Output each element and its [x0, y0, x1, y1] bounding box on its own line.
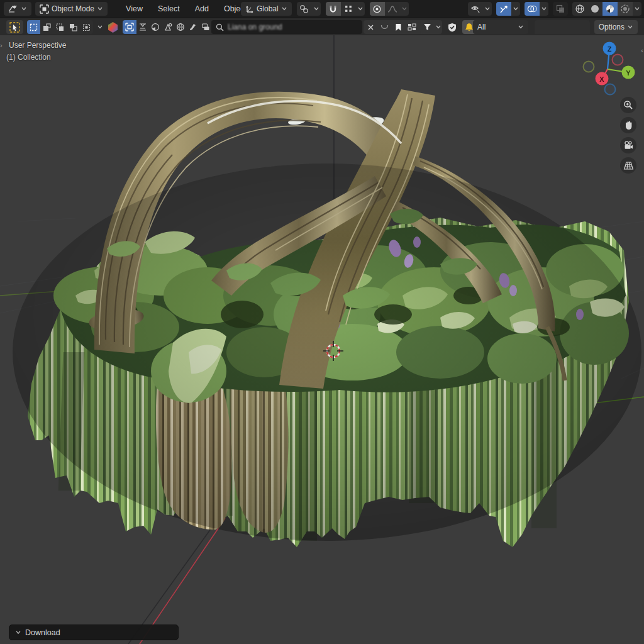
axis-z-handle[interactable]: Z: [603, 42, 616, 55]
chevron-down-icon: [357, 6, 364, 11]
select-mode-set-button[interactable]: [27, 20, 40, 34]
asset-type-brush-button[interactable]: [187, 20, 199, 34]
mode-dropdown[interactable]: Object Mode: [35, 2, 108, 16]
show-gizmo-button[interactable]: [496, 2, 511, 16]
toolbar-expand-arrow[interactable]: ›: [0, 42, 3, 49]
editor-type-icon: [8, 4, 18, 13]
asset-type-scene-button[interactable]: [162, 20, 174, 34]
visibility-eye-icon: [470, 4, 481, 13]
select-mode-intersect-button[interactable]: [80, 20, 93, 34]
falloff-chevron[interactable]: [400, 2, 409, 16]
snap-toggle-button[interactable]: [326, 2, 341, 16]
xray-toggle-button[interactable]: [553, 2, 568, 16]
filter-button[interactable]: [420, 20, 434, 34]
pan-button[interactable]: [620, 117, 636, 133]
axis-minus-y-handle[interactable]: [613, 55, 623, 65]
search-history-button[interactable]: [377, 20, 391, 34]
snap-target-button[interactable]: [341, 2, 356, 16]
snap-target-icon: [344, 4, 353, 13]
operator-redo-panel[interactable]: Download: [9, 625, 179, 640]
menu-select[interactable]: Select: [152, 2, 186, 16]
result-display-button[interactable]: [405, 20, 419, 34]
download-panel-label: Download: [25, 628, 60, 637]
asset-type-material-button[interactable]: [149, 20, 162, 34]
shading-material-button[interactable]: [602, 2, 618, 16]
proportional-editing-icon: [372, 4, 382, 14]
axis-z-label: Z: [608, 45, 612, 53]
show-overlays-button[interactable]: [525, 2, 540, 16]
shading-solid-button[interactable]: [587, 2, 602, 16]
chevron-down-icon: [435, 25, 441, 30]
select-mode-extend-button[interactable]: [40, 20, 53, 34]
axis-minus-x-handle[interactable]: [584, 62, 594, 72]
pivot-point-icon: [299, 4, 309, 14]
curve-icon: [380, 24, 389, 30]
select-mode-subtract-button[interactable]: [53, 20, 67, 34]
editor-type-button[interactable]: [4, 2, 31, 16]
chevron-down-icon: [541, 6, 547, 11]
menu-view[interactable]: View: [120, 2, 148, 16]
options-label: Options: [599, 23, 625, 31]
clear-search-button[interactable]: [364, 20, 377, 34]
filter-chevron[interactable]: [434, 20, 442, 34]
free-only-button[interactable]: [445, 20, 459, 34]
shading-rendered-button[interactable]: [618, 2, 633, 16]
material-preview-sphere-icon: [605, 4, 615, 14]
chevron-down-icon: [97, 6, 103, 11]
3d-viewport[interactable]: User Perspective (1) Collection › ‹ Z Y …: [0, 35, 644, 644]
navigation-gizmo[interactable]: Z Y X: [581, 39, 638, 99]
snap-chevron[interactable]: [356, 2, 365, 16]
perspective-toggle-button[interactable]: [620, 157, 636, 174]
bookmark-search-button[interactable]: [391, 20, 405, 34]
camera-icon: [623, 141, 634, 150]
asset-type-hdr-button[interactable]: [174, 20, 187, 34]
gizmo-arrows-icon: [499, 4, 509, 14]
gizmo-chevron[interactable]: [511, 2, 520, 16]
active-tool-button[interactable]: [6, 20, 23, 34]
pivot-point-button[interactable]: [297, 2, 312, 16]
viewport-canvas: [0, 35, 644, 644]
blenderkit-logo-icon[interactable]: [107, 21, 119, 33]
axis-x-handle[interactable]: X: [596, 72, 609, 86]
overlays-chevron[interactable]: [540, 2, 548, 16]
liana-model-object[interactable]: [13, 89, 641, 547]
chevron-down-icon: [15, 630, 21, 635]
sidebar-expand-arrow[interactable]: ‹: [641, 47, 643, 54]
wireframe-sphere-icon: [575, 4, 585, 14]
view-perspective-label: User Perspective: [9, 41, 66, 50]
pivot-chevron[interactable]: [312, 2, 321, 16]
bell-icon: [465, 23, 474, 32]
chevron-down-icon: [401, 6, 408, 11]
tool-settings-bar: Liana on ground: [0, 18, 644, 35]
menu-add[interactable]: Add: [189, 2, 214, 16]
transform-orientation-dropdown[interactable]: Global: [241, 2, 292, 16]
chevron-down-icon: [518, 25, 524, 30]
asset-type-printable-button[interactable]: [136, 20, 149, 34]
axis-y-handle[interactable]: Y: [622, 66, 635, 79]
zoom-icon: [623, 100, 633, 110]
bookmark-icon: [395, 23, 402, 31]
falloff-curve-icon: [387, 5, 397, 13]
nodegroup-asset-icon: [201, 23, 210, 31]
asset-search-input[interactable]: Liana on ground: [211, 20, 362, 34]
proportional-editing-button[interactable]: [370, 2, 385, 16]
camera-view-button[interactable]: [620, 137, 636, 153]
hierarchy-icon: [408, 23, 416, 31]
proportional-falloff-button[interactable]: [385, 2, 400, 16]
shading-wireframe-button[interactable]: [572, 2, 587, 16]
shading-chevron[interactable]: [633, 2, 641, 16]
assetbar-collapse-chevron[interactable]: [97, 25, 103, 30]
chevron-down-icon: [513, 6, 519, 11]
xray-icon: [556, 4, 565, 14]
visibility-chevron[interactable]: [483, 2, 492, 16]
asset-type-nodegroup-button[interactable]: [199, 20, 212, 34]
options-button[interactable]: Options: [594, 20, 638, 34]
zoom-button[interactable]: [620, 97, 636, 113]
snap-magnet-icon: [328, 4, 338, 14]
category-dropdown[interactable]: All: [473, 20, 528, 34]
select-mode-invert-button[interactable]: [67, 20, 80, 34]
asset-type-model-button[interactable]: [123, 20, 136, 34]
axis-minus-z-handle[interactable]: [605, 84, 616, 95]
object-visibility-button[interactable]: [468, 2, 483, 16]
orientation-axes-icon: [245, 4, 254, 13]
